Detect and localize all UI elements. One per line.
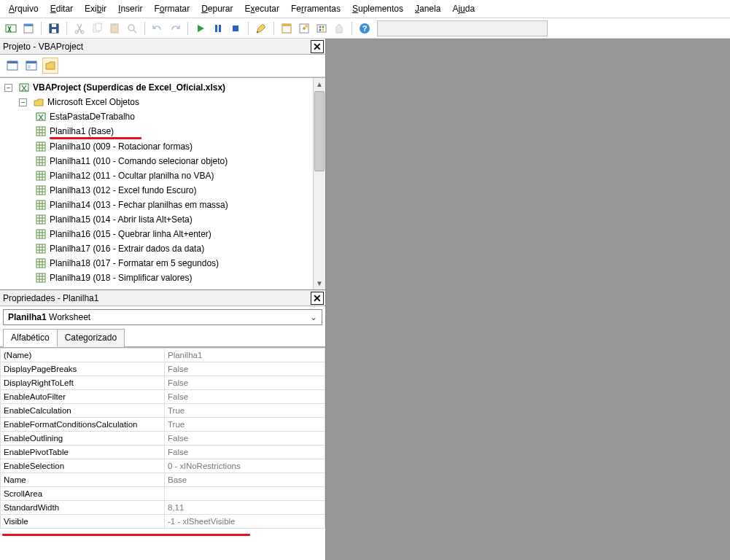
- copy-icon[interactable]: [89, 20, 105, 36]
- tree-folder[interactable]: − Microsoft Excel Objetos: [3, 95, 325, 109]
- properties-window-icon[interactable]: [296, 20, 312, 36]
- tree-root[interactable]: − VBAProject (Superdicas de Excel_Oficia…: [3, 80, 325, 95]
- properties-grid[interactable]: (Name)Planilha1DisplayPageBreaksFalseDis…: [0, 347, 325, 560]
- property-value[interactable]: Base: [165, 473, 325, 487]
- paste-icon[interactable]: [106, 20, 123, 36]
- property-row[interactable]: EnableSelection0 - xlNoRestrictions: [1, 459, 325, 473]
- property-value[interactable]: False: [165, 376, 325, 390]
- view-object-icon[interactable]: [23, 58, 39, 74]
- property-value[interactable]: 0 - xlNoRestrictions: [165, 459, 325, 473]
- property-row[interactable]: EnableCalculationTrue: [1, 404, 325, 418]
- property-value[interactable]: Planilha1: [165, 349, 325, 362]
- property-row[interactable]: DisplayRightToLeftFalse: [1, 376, 325, 390]
- tree-item-label: EstaPastaDeTrabalho: [50, 109, 135, 124]
- property-value[interactable]: False: [165, 390, 325, 404]
- tree-item[interactable]: Planilha17 (016 - Extrair dados da data): [3, 241, 325, 256]
- tab-categorized[interactable]: Categorizado: [57, 329, 125, 347]
- cut-icon[interactable]: [71, 20, 88, 36]
- menu-formatar[interactable]: Formatar: [150, 2, 194, 15]
- position-box[interactable]: [377, 20, 548, 36]
- tab-alphabetic[interactable]: Alfabético: [3, 329, 58, 347]
- run-icon[interactable]: [193, 20, 209, 36]
- tree-item[interactable]: Planilha15 (014 - Abrir lista Alt+Seta): [3, 212, 325, 227]
- tree-item[interactable]: Planilha19 (018 - Simplificar valores): [3, 271, 325, 285]
- object-browser-icon[interactable]: [314, 20, 330, 36]
- scroll-down-icon[interactable]: ▼: [314, 277, 325, 289]
- tree-item[interactable]: EstaPastaDeTrabalho: [3, 109, 325, 124]
- tree-item[interactable]: Planilha18 (017 - Formatar em 5 segundos…: [3, 256, 325, 271]
- svg-rect-4: [52, 29, 56, 33]
- toolbox-icon[interactable]: [331, 20, 347, 36]
- property-value[interactable]: [165, 487, 325, 501]
- tree-item[interactable]: Planilha1 (Base): [3, 124, 325, 139]
- view-code-icon[interactable]: [4, 58, 20, 74]
- menu-exibir[interactable]: Exibir: [80, 2, 111, 15]
- property-value[interactable]: False: [165, 432, 325, 446]
- property-row[interactable]: EnablePivotTableFalse: [1, 446, 325, 459]
- redo-icon[interactable]: [167, 20, 183, 36]
- collapse-icon[interactable]: −: [4, 84, 12, 92]
- menu-inserir[interactable]: Inserir: [114, 2, 147, 15]
- scroll-thumb[interactable]: [314, 91, 325, 171]
- object-dropdown[interactable]: Planilha1 Worksheet ⌄: [3, 309, 322, 325]
- scroll-up-icon[interactable]: ▲: [314, 78, 325, 90]
- tree-item[interactable]: Planilha13 (012 - Excel fundo Escuro): [3, 183, 325, 198]
- menu-editar[interactable]: Editar: [46, 2, 77, 15]
- menu-janela[interactable]: Janela: [411, 2, 445, 15]
- pause-icon[interactable]: [210, 20, 226, 36]
- svg-rect-80: [36, 259, 45, 268]
- property-name: DisplayRightToLeft: [1, 376, 165, 390]
- view-excel-icon[interactable]: [3, 20, 19, 36]
- property-value[interactable]: False: [165, 446, 325, 459]
- project-scrollbar[interactable]: ▲ ▼: [313, 78, 325, 289]
- menu-executar[interactable]: Executar: [241, 2, 284, 15]
- tree-item[interactable]: Planilha16 (015 - Quebrar linha Alt+ente…: [3, 227, 325, 241]
- tree-item[interactable]: Planilha12 (011 - Ocultar planilha no VB…: [3, 168, 325, 183]
- design-mode-icon[interactable]: [253, 20, 269, 36]
- menu-arquivo[interactable]: Arquivo: [4, 2, 43, 15]
- project-tree[interactable]: − VBAProject (Superdicas de Excel_Oficia…: [0, 77, 325, 289]
- property-row[interactable]: EnableOutliningFalse: [1, 432, 325, 446]
- tree-item-label: Planilha16 (015 - Quebrar linha Alt+ente…: [50, 227, 211, 241]
- menu-depurar[interactable]: Depurar: [197, 2, 237, 15]
- property-row[interactable]: DisplayPageBreaksFalse: [1, 362, 325, 376]
- toggle-folders-icon[interactable]: [42, 58, 58, 74]
- project-explorer-icon[interactable]: [279, 20, 295, 36]
- property-row[interactable]: StandardWidth8,11: [1, 501, 325, 515]
- property-row[interactable]: NameBase: [1, 473, 325, 487]
- properties-pane-header: Propriedades - Planilha1 ✕: [0, 290, 325, 306]
- menu-ferramentas[interactable]: Ferramentas: [287, 2, 345, 15]
- left-column: Projeto - VBAProject ✕ − VBAProject (Sup…: [0, 39, 326, 560]
- close-icon[interactable]: ✕: [311, 292, 324, 305]
- property-value[interactable]: 8,11: [165, 501, 325, 515]
- insert-module-icon[interactable]: [20, 20, 36, 36]
- property-value[interactable]: False: [165, 362, 325, 376]
- tree-item[interactable]: Planilha10 (009 - Rotacionar formas): [3, 139, 325, 154]
- property-value[interactable]: True: [165, 418, 325, 432]
- property-row[interactable]: ScrollArea: [1, 487, 325, 501]
- svg-rect-18: [282, 24, 291, 26]
- property-value[interactable]: True: [165, 404, 325, 418]
- tree-item-label: Planilha11 (010 - Comando selecionar obj…: [50, 154, 228, 168]
- property-row[interactable]: EnableFormatConditionsCalculationTrue: [1, 418, 325, 432]
- project-toolbar: [0, 55, 325, 77]
- menu-bar: Arquivo Editar Exibir Inserir Formatar D…: [0, 0, 730, 18]
- property-row[interactable]: EnableAutoFilterFalse: [1, 390, 325, 404]
- tree-item[interactable]: Planilha14 (013 - Fechar planilhas em ma…: [3, 198, 325, 212]
- property-row[interactable]: Visible-1 - xlSheetVisible: [1, 515, 325, 529]
- save-icon[interactable]: [46, 20, 62, 36]
- help-icon[interactable]: ?: [357, 20, 373, 36]
- close-icon[interactable]: ✕: [311, 40, 324, 53]
- menu-suplementos[interactable]: Suplementos: [348, 2, 408, 15]
- menu-ajuda[interactable]: Ajuda: [448, 2, 479, 15]
- property-value[interactable]: -1 - xlSheetVisible: [165, 515, 325, 529]
- svg-rect-35: [36, 127, 45, 136]
- svg-rect-65: [36, 215, 45, 224]
- property-row[interactable]: (Name)Planilha1: [1, 349, 325, 362]
- undo-icon[interactable]: [150, 20, 166, 36]
- stop-icon[interactable]: [228, 20, 244, 36]
- tree-item[interactable]: Planilha11 (010 - Comando selecionar obj…: [3, 154, 325, 168]
- find-icon[interactable]: [124, 20, 140, 36]
- collapse-icon[interactable]: −: [19, 98, 27, 106]
- svg-rect-29: [7, 61, 18, 63]
